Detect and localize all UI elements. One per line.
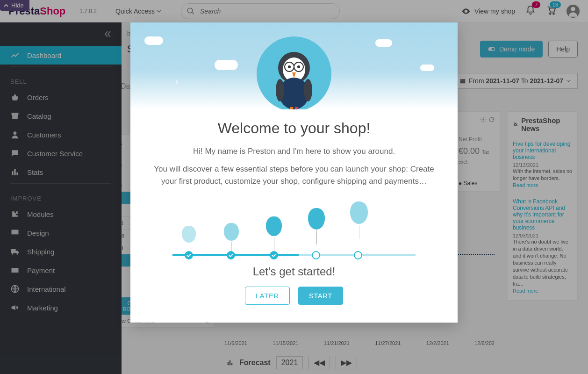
modal-cta-header: Let's get started! bbox=[154, 265, 434, 278]
svg-rect-22 bbox=[290, 107, 293, 109]
later-button[interactable]: LATER bbox=[245, 287, 290, 305]
svg-point-20 bbox=[276, 79, 284, 101]
onboarding-modal: › Welcome to your shop! Hi! My name is P… bbox=[130, 22, 458, 323]
svg-point-21 bbox=[304, 79, 312, 101]
modal-title: Welcome to your shop! bbox=[154, 120, 434, 137]
start-button[interactable]: START bbox=[298, 287, 343, 305]
modal-intro: Hi! My name is Preston and I'm here to s… bbox=[154, 145, 434, 158]
mascot-icon bbox=[257, 36, 331, 109]
svg-point-18 bbox=[297, 65, 300, 68]
onboarding-progress bbox=[154, 204, 434, 256]
modal-description: You will discover a few essential steps … bbox=[154, 163, 434, 187]
svg-rect-23 bbox=[295, 107, 298, 109]
svg-point-17 bbox=[288, 65, 291, 68]
modal-hero: › bbox=[130, 22, 458, 109]
